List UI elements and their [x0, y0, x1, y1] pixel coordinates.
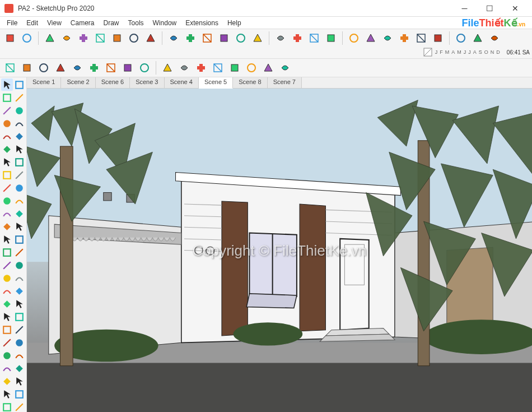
scene-tab[interactable]: Scene 5	[199, 77, 233, 89]
monochrome-icon[interactable]	[233, 30, 249, 46]
pan-tool[interactable]	[13, 285, 25, 297]
rectangle-tool[interactable]	[1, 130, 13, 142]
sample-tool[interactable]	[13, 259, 25, 271]
zoomext-tool[interactable]	[1, 311, 13, 323]
lock-icon[interactable]	[470, 30, 486, 46]
zoomwin-tool[interactable]	[13, 298, 25, 310]
light-icon[interactable]	[363, 30, 379, 46]
swatch-icon[interactable]	[423, 47, 433, 57]
textured-icon[interactable]	[216, 30, 232, 46]
unlock-icon[interactable]	[487, 30, 502, 46]
oval-icon[interactable]	[120, 60, 136, 76]
section-plane-icon[interactable]	[273, 30, 288, 46]
section-cut-icon[interactable]	[290, 30, 305, 46]
scene-tab[interactable]: Scene 8	[233, 77, 267, 88]
cube4-icon[interactable]	[227, 60, 242, 76]
protractor-tool[interactable]	[1, 220, 13, 233]
menu-tools[interactable]: Tools	[124, 18, 148, 28]
circle-icon[interactable]	[36, 60, 52, 76]
maximize-button[interactable]: ☐	[477, 0, 502, 17]
scene-tab[interactable]: Scene 2	[61, 77, 95, 88]
menu-camera[interactable]: Camera	[66, 18, 99, 28]
menu-help[interactable]: Help	[223, 18, 246, 28]
sun-icon[interactable]	[69, 60, 85, 76]
scale-tool[interactable]	[13, 195, 25, 207]
box-icon[interactable]	[160, 60, 175, 76]
contour-tool[interactable]	[13, 375, 25, 387]
flip-tool[interactable]	[1, 375, 13, 387]
stamp-tool[interactable]	[1, 349, 13, 362]
close-button[interactable]: ✕	[502, 0, 528, 17]
scene-tab[interactable]: Scene 3	[130, 77, 164, 88]
back-icon[interactable]	[76, 30, 91, 46]
look-tool[interactable]	[13, 323, 25, 336]
offset2-tool[interactable]	[1, 207, 13, 220]
month-timeline[interactable]: JFMAMJJASOND	[435, 49, 500, 55]
cube3-icon[interactable]	[210, 60, 226, 76]
tape-tool[interactable]	[13, 117, 25, 129]
drape-tool[interactable]	[13, 349, 25, 362]
3dtext-tool[interactable]	[13, 246, 25, 258]
arc-icon[interactable]	[53, 60, 68, 76]
line-tool[interactable]	[1, 91, 13, 104]
right-icon[interactable]	[126, 30, 142, 46]
smoove-tool[interactable]	[1, 362, 13, 374]
rectangle-select-tool[interactable]	[13, 78, 25, 91]
section-tool[interactable]	[1, 272, 13, 284]
minimize-button[interactable]: ─	[452, 0, 477, 17]
scene-tab[interactable]: Scene 1	[27, 77, 61, 88]
wireframe-icon[interactable]	[166, 30, 181, 46]
follow-icon[interactable]	[277, 60, 293, 76]
select-tool[interactable]	[1, 78, 13, 91]
push-icon[interactable]	[260, 60, 276, 76]
paint-tool[interactable]	[1, 259, 13, 271]
cube2-icon[interactable]	[193, 60, 209, 76]
outer-tool[interactable]	[1, 401, 13, 412]
select-layer-icon[interactable]	[2, 30, 18, 46]
frame-icon[interactable]	[430, 30, 446, 46]
cube1-icon[interactable]	[176, 60, 192, 76]
offset-tool[interactable]	[13, 169, 25, 181]
menu-extensions[interactable]: Extensions	[181, 18, 223, 28]
hidden-icon[interactable]	[183, 30, 198, 46]
solid2-tool[interactable]	[13, 388, 25, 400]
iso-icon[interactable]	[42, 30, 58, 46]
left-icon[interactable]	[109, 30, 125, 46]
solar-icon[interactable]	[2, 60, 18, 76]
solid1-tool[interactable]	[1, 388, 13, 400]
teapot-icon[interactable]	[380, 30, 395, 46]
arc2-tool[interactable]	[1, 156, 13, 168]
pushpull-tool[interactable]	[1, 169, 13, 181]
freehand-tool[interactable]	[13, 91, 25, 104]
circle-tool[interactable]	[13, 130, 25, 142]
tape2-tool[interactable]	[13, 207, 25, 220]
menu-draw[interactable]: Draw	[99, 18, 124, 28]
section-fill-icon[interactable]	[306, 30, 322, 46]
flash-icon[interactable]	[86, 60, 102, 76]
shadow-icon[interactable]	[19, 60, 35, 76]
menu-edit[interactable]: Edit	[22, 18, 43, 28]
scene-tab[interactable]: Scene 4	[165, 77, 199, 88]
walk-tool[interactable]	[13, 272, 25, 284]
trim-tool[interactable]	[13, 401, 25, 412]
polygon-tool[interactable]	[13, 143, 25, 155]
rotate-tool[interactable]	[13, 182, 25, 194]
scene-tab[interactable]: Scene 6	[96, 77, 130, 88]
anim-icon[interactable]	[453, 30, 469, 46]
pencil-tool[interactable]	[1, 104, 13, 117]
text-tool[interactable]	[13, 220, 25, 233]
zoom-tool[interactable]	[1, 298, 13, 310]
front-icon[interactable]	[59, 30, 74, 46]
dome-icon[interactable]	[137, 60, 152, 76]
dimension-tool[interactable]	[1, 233, 13, 246]
scene-tab[interactable]: Scene 7	[268, 77, 302, 88]
walk2-tool[interactable]	[1, 336, 13, 349]
label-tool[interactable]	[13, 233, 25, 246]
eraser-tool[interactable]	[1, 117, 13, 129]
xray-icon[interactable]	[250, 30, 265, 46]
component-icon[interactable]	[19, 30, 35, 46]
pie-tool[interactable]	[1, 143, 13, 155]
addDetail-tool[interactable]	[13, 362, 25, 374]
cube5-icon[interactable]	[244, 60, 259, 76]
menu-view[interactable]: View	[43, 18, 66, 28]
